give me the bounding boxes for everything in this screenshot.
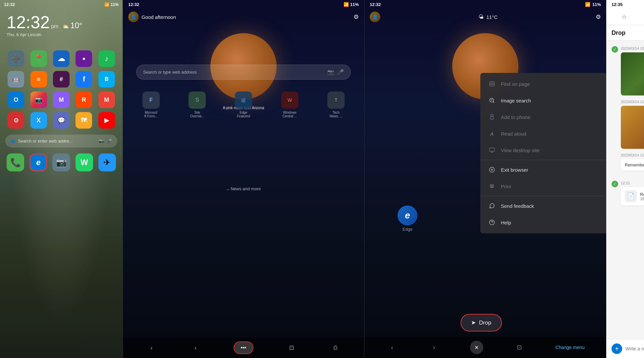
app-arc[interactable]: ● — [75, 50, 93, 67]
camera-icon[interactable]: 📷 — [327, 69, 334, 75]
send-feedback-label: Send feedback — [501, 203, 534, 209]
user-avatar[interactable]: 👤 — [128, 12, 139, 22]
close-menu-button[interactable]: ✕ — [470, 341, 483, 354]
message-today: ✓ 12:21 ⬇ Download ⋯ 📄 Recording (19).m4… — [606, 181, 644, 206]
app-facebook[interactable]: f — [75, 71, 93, 88]
menu-send-feedback[interactable]: Send feedback — [480, 198, 606, 214]
menu-tabs-button[interactable]: ⊡ — [513, 341, 525, 353]
help-icon — [488, 219, 496, 226]
app-gmail[interactable]: M — [97, 91, 116, 108]
drop-status-time: 12:35 — [612, 2, 622, 7]
drop-button[interactable]: ➤ Drop — [460, 314, 502, 331]
app-barclays[interactable]: B — [97, 71, 116, 88]
dock-phone[interactable]: 📞 — [7, 153, 24, 171]
edge-search-bar[interactable]: Search or type web address 📷 🎤 — [136, 65, 351, 80]
settings-icon-menu[interactable]: ⚙ — [596, 13, 601, 21]
share-button[interactable]: ⎙ — [330, 342, 342, 354]
menu-find-on-page[interactable]: Find on page — [480, 76, 606, 92]
edge-label: Edge — [398, 227, 417, 232]
dock-edge[interactable]: e — [29, 153, 47, 171]
dock-camera[interactable]: 📷 — [52, 153, 70, 171]
homescreen-search[interactable]: ◉ Search or enter web addre... 📷 🎤 — [5, 135, 117, 148]
find-on-page-label: Find on page — [501, 81, 530, 87]
today-section: Today — [606, 171, 644, 181]
drop-top-tabs: ☆ 🕐 🔒 ➤ ⬇ ✕ — [606, 9, 644, 25]
drop-content: ✓ 2023/03/14 10:45 ⬇ Download ⋯ 🏈 — [606, 41, 644, 339]
menu-image-search[interactable]: Image search — [480, 92, 606, 109]
add-button[interactable]: + — [612, 343, 622, 354]
sender-avatar-1: ✓ — [612, 46, 618, 53]
greeting-text: Good afternoon — [141, 14, 176, 20]
change-menu-button[interactable]: Change menu — [556, 345, 585, 350]
menu-print[interactable]: Print — [480, 178, 606, 195]
edge-logo: e — [398, 206, 417, 225]
settings-icon[interactable]: ⚙ — [353, 13, 359, 21]
menu-view-desktop[interactable]: View desktop site — [480, 142, 606, 158]
shortcut-windows-central[interactable]: W WindowsCentral ... — [268, 91, 311, 118]
message-3: 2023/03/14 11:01 ⋯ Remember to pick up m… — [606, 153, 644, 171]
app-castaway[interactable]: ⊙ — [7, 112, 25, 129]
drop-input-field[interactable] — [625, 346, 644, 351]
shortcut-tech-news[interactable]: T TechNews, ... — [314, 91, 357, 118]
menu-user-avatar[interactable]: 👤 — [370, 12, 380, 22]
file-card-today[interactable]: 📄 Recording (19).m4a 382.4KB — [621, 187, 644, 206]
drop-button-label: Drop — [479, 320, 491, 326]
search-bar-placeholder: Search or type web address — [143, 70, 324, 75]
tabs-button[interactable]: ⊡ — [286, 342, 297, 354]
app-maps[interactable]: 📍 — [29, 50, 48, 67]
app-instagram[interactable]: 📷 — [29, 91, 48, 108]
menu-help[interactable]: Help — [480, 214, 606, 231]
app-cloud[interactable]: ☁ — [52, 50, 71, 67]
menu-top-bar: 👤 🌤 11°C ⚙ — [364, 9, 606, 25]
battery-1: 11% — [111, 2, 119, 7]
menu-button[interactable]: ••• — [234, 341, 254, 354]
svg-line-4 — [493, 101, 494, 102]
temp-menu: 11°C — [486, 14, 498, 20]
app-outlook[interactable]: O — [7, 91, 25, 108]
message-2-header: 2023/03/14 11:01 ↗ Open ⋯ — [621, 99, 644, 104]
menu-back-button[interactable]: ‹ — [386, 341, 398, 353]
clock-widget: 12:32 pm ⛅ 10° Thu, 6 Apr Lincoln — [0, 9, 123, 40]
svg-rect-5 — [491, 99, 493, 101]
menu-battery: 11% — [592, 2, 601, 7]
status-time-1: 12:32 — [4, 2, 15, 7]
svg-rect-0 — [490, 82, 494, 86]
message-1-header: 2023/03/14 10:45 ⬇ Download ⋯ — [621, 46, 644, 50]
shortcut-edge-featured[interactable]: ⊞ EdgeFeatured — [222, 91, 265, 118]
app-android[interactable]: 🤖 — [7, 71, 25, 88]
menu-read-aloud[interactable]: A Read aloud — [480, 125, 606, 142]
app-calculator[interactable]: ➕ — [7, 50, 25, 67]
app-feeds[interactable]: ≡ — [29, 71, 48, 88]
tab-favorites[interactable]: ☆ — [619, 12, 629, 22]
dock-whatsapp[interactable]: W — [76, 153, 93, 171]
football-image: 🏈 — [621, 52, 644, 95]
mic-icon[interactable]: 🎤 — [337, 69, 344, 75]
app-reddit[interactable]: R — [75, 91, 93, 108]
shortcut-site-overview[interactable]: S SiteOvervie... — [176, 91, 219, 118]
back-button[interactable]: ‹ — [145, 342, 157, 354]
app-twitter[interactable]: X — [29, 112, 48, 129]
edge-menu-panel: 12:32 📶 11% 👤 🌤 11°C ⚙ Find on page — [364, 0, 606, 358]
camera-search-icon[interactable]: 📷 — [99, 139, 104, 144]
menu-status-bar: 12:32 📶 11% — [364, 0, 606, 9]
dock-telegram[interactable]: ✈ — [98, 153, 116, 171]
app-messages[interactable]: 💬 — [52, 112, 71, 129]
news-label: ⌄ News and more — [123, 186, 364, 191]
app-maps2[interactable]: 🗺 — [75, 112, 93, 129]
forward-button[interactable]: › — [189, 342, 201, 354]
clock-pm: pm — [51, 24, 58, 30]
message-2-time: 2023/03/14 11:01 — [621, 100, 644, 104]
menu-exit-browser[interactable]: Exit browser — [480, 161, 606, 178]
add-to-phone-icon — [488, 113, 496, 121]
menu-add-to-phone[interactable]: Add to phone — [480, 109, 606, 125]
app-youtube[interactable]: ▶ — [97, 112, 116, 129]
context-menu: Find on page Image search Add to phone — [480, 73, 606, 233]
shortcut-msforms[interactable]: F Microsofft Form... — [130, 91, 173, 118]
voice-search-icon[interactable]: 🎤 — [107, 139, 112, 144]
app-messenger[interactable]: M — [52, 91, 71, 108]
app-slack[interactable]: # — [52, 71, 71, 88]
app-spotify[interactable]: ♪ — [97, 50, 116, 67]
dog-image: 🐕 — [621, 106, 644, 149]
file-name-today: Recording (19).m4a — [640, 192, 644, 197]
menu-forward-button[interactable]: › — [428, 341, 440, 353]
